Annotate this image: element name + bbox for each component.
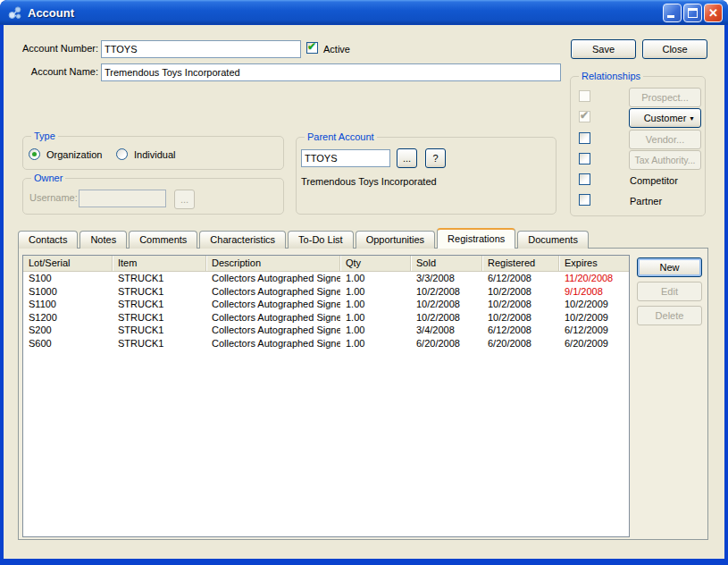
tab-registrations[interactable]: Registrations [437, 228, 515, 249]
table-cell: 1.00 [340, 311, 411, 325]
table-cell: 6/20/2008 [482, 337, 559, 350]
tab-todo-list[interactable]: To-Do List [288, 231, 354, 249]
table-cell: 1.00 [340, 324, 411, 337]
delete-button[interactable]: Delete [637, 306, 702, 325]
table-row[interactable]: S600STRUCK1Collectors Autographed Signed… [23, 337, 629, 350]
table-cell: 1.00 [340, 298, 411, 311]
table-cell: STRUCK1 [113, 298, 206, 311]
column-header-item[interactable]: Item [113, 256, 206, 271]
table-cell: S200 [23, 324, 113, 337]
tab-notes[interactable]: Notes [79, 231, 127, 249]
table-row[interactable]: S100STRUCK1Collectors Autographed Signed… [23, 272, 629, 285]
client-area: Account Number: ✔ Active Save Close Acco… [4, 25, 724, 559]
registrations-table[interactable]: Lot/Serial Item Description Qty Sold Reg… [22, 255, 630, 537]
owner-group: Owner Username: ... [22, 178, 284, 215]
check-icon: ✔ [580, 109, 589, 122]
table-cell: 3/3/2008 [411, 272, 482, 285]
customer-checkbox[interactable]: ✔ [579, 111, 590, 122]
column-header-lot-serial[interactable]: Lot/Serial [23, 256, 113, 271]
table-cell: STRUCK1 [113, 311, 206, 325]
competitor-checkbox[interactable]: ✔ [579, 173, 590, 185]
table-row[interactable]: S1000STRUCK1Collectors Autographed Signe… [23, 285, 629, 299]
table-cell: 10/2/2009 [559, 311, 627, 325]
table-cell: Collectors Autographed Signed [206, 272, 340, 285]
owner-browse-button[interactable]: ... [174, 190, 195, 209]
individual-label: Individual [134, 149, 175, 160]
table-row[interactable]: S1200STRUCK1Collectors Autographed Signe… [23, 311, 629, 325]
tab-comments[interactable]: Comments [129, 231, 197, 249]
registrations-panel: Lot/Serial Item Description Qty Sold Reg… [18, 248, 708, 540]
tab-characteristics[interactable]: Characteristics [199, 231, 286, 249]
titlebar[interactable]: Account ✕ [0, 0, 728, 25]
parent-account-group: Parent Account ... ? Tremendous Toys Inc… [296, 137, 556, 215]
organization-radio[interactable] [29, 148, 40, 160]
tax-authority-checkbox[interactable]: ✔ [579, 153, 590, 164]
parent-account-title: Parent Account [305, 131, 377, 142]
account-window: Account ✕ Account Number: ✔ Active Save … [0, 0, 728, 565]
tab-opportunities[interactable]: Opportunities [356, 231, 435, 249]
table-cell: 10/2/2008 [411, 285, 482, 299]
parent-account-browse-button[interactable]: ... [397, 148, 417, 168]
type-group: Type Organization Individual [22, 136, 284, 170]
table-cell: 1.00 [340, 285, 411, 299]
save-button[interactable]: Save [571, 39, 636, 59]
competitor-label: Competitor [630, 175, 678, 186]
vendor-checkbox[interactable]: ✔ [579, 132, 590, 144]
radio-dot-icon [32, 152, 37, 156]
table-cell: 10/2/2008 [411, 311, 482, 325]
close-button[interactable]: Close [642, 39, 707, 59]
table-cell: 9/1/2008 [559, 285, 627, 299]
parent-account-input[interactable] [301, 149, 390, 167]
table-row[interactable]: S200STRUCK1Collectors Autographed Signed… [23, 324, 629, 337]
active-label: Active [323, 44, 350, 55]
app-icon [7, 5, 22, 21]
column-header-sold[interactable]: Sold [411, 256, 482, 271]
table-cell: 3/4/2008 [411, 324, 482, 337]
table-cell: 10/2/2008 [482, 311, 559, 325]
table-cell: 10/2/2008 [482, 285, 559, 299]
owner-title: Owner [31, 173, 65, 183]
active-checkbox[interactable]: ✔ [306, 42, 318, 54]
column-header-description[interactable]: Description [206, 256, 340, 271]
prospect-checkbox[interactable]: ✔ [579, 90, 590, 102]
table-cell: 11/20/2008 [559, 272, 627, 285]
registration-table-body: S100STRUCK1Collectors Autographed Signed… [23, 272, 629, 350]
window-title: Account [28, 6, 74, 20]
column-header-expires[interactable]: Expires [559, 256, 627, 271]
check-icon: ✔ [307, 40, 316, 53]
table-cell: 6/20/2008 [411, 337, 482, 350]
tab-documents[interactable]: Documents [517, 231, 589, 249]
table-cell: 1.00 [340, 337, 411, 350]
column-header-registered[interactable]: Registered [482, 256, 559, 271]
account-number-label: Account Number: [9, 43, 98, 54]
table-cell: S600 [23, 337, 113, 350]
table-cell: Collectors Autographed Signed [206, 298, 340, 311]
relationships-group: Relationships ✔ Prospect... ✔ Customer▼ … [570, 76, 706, 216]
tax-authority-button[interactable]: Tax Authority... [629, 150, 701, 170]
minimize-button[interactable] [663, 4, 682, 22]
table-cell: Collectors Autographed Signed [206, 311, 340, 325]
partner-label: Partner [630, 196, 662, 207]
account-name-input[interactable] [101, 63, 561, 81]
prospect-button[interactable]: Prospect... [629, 88, 701, 107]
table-row[interactable]: S1100STRUCK1Collectors Autographed Signe… [23, 298, 629, 311]
customer-dropdown-button[interactable]: Customer▼ [629, 108, 701, 128]
table-cell: 6/12/2008 [482, 324, 559, 337]
account-number-input[interactable] [101, 40, 301, 58]
edit-button[interactable]: Edit [637, 282, 702, 301]
tab-contacts[interactable]: Contacts [18, 231, 78, 249]
minimize-icon [667, 15, 674, 18]
type-title: Type [31, 131, 58, 141]
organization-label: Organization [46, 149, 102, 160]
new-button[interactable]: New [637, 257, 702, 277]
parent-account-resolved-name: Tremendous Toys Incorporated [301, 176, 437, 187]
partner-checkbox[interactable]: ✔ [579, 194, 590, 206]
column-header-qty[interactable]: Qty [340, 256, 411, 271]
parent-account-help-button[interactable]: ? [425, 148, 446, 168]
close-window-button[interactable]: ✕ [704, 4, 723, 22]
table-cell: Collectors Autographed Signed [206, 324, 340, 337]
vendor-button[interactable]: Vendor... [629, 130, 701, 149]
maximize-button[interactable] [683, 4, 702, 22]
individual-radio[interactable] [116, 148, 128, 160]
username-input[interactable] [79, 190, 166, 207]
